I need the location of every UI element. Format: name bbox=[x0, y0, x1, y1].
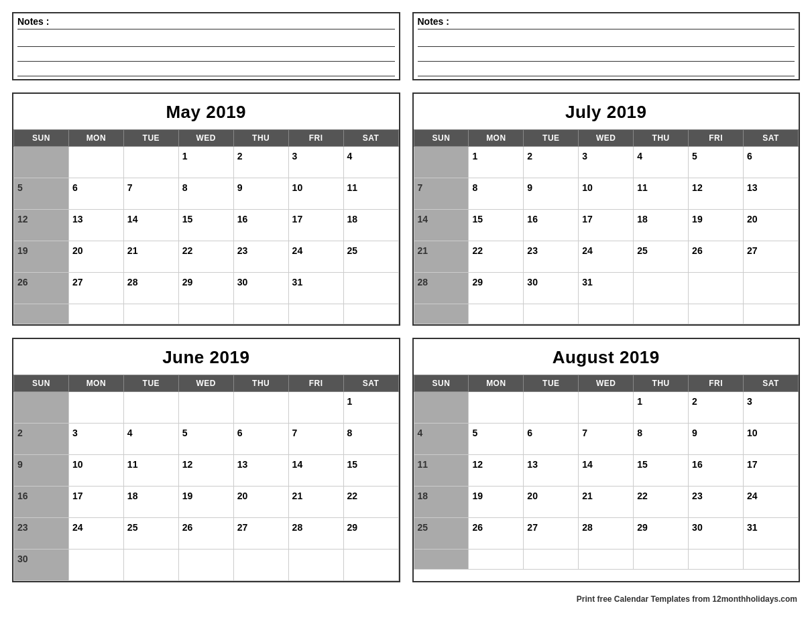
table-row bbox=[469, 550, 524, 570]
calendar-july2019-grid: SUN MON TUE WED THU FRI SAT 1 2 3 4 5 bbox=[414, 129, 799, 324]
table-row: 31 bbox=[288, 273, 343, 304]
july-wed-header: WED bbox=[579, 130, 634, 147]
table-row: 5 bbox=[14, 178, 69, 210]
table-row: 7 bbox=[414, 178, 469, 210]
table-row bbox=[524, 304, 579, 324]
table-row: 14 15 16 17 18 19 20 bbox=[414, 210, 799, 241]
table-row: 7 bbox=[123, 178, 178, 210]
table-row bbox=[178, 392, 233, 424]
table-row: 4 bbox=[634, 147, 689, 178]
table-row: 6 bbox=[233, 424, 288, 455]
table-row: 26 bbox=[14, 273, 69, 304]
table-row: 24 bbox=[288, 241, 343, 273]
table-row: 22 bbox=[343, 487, 398, 518]
table-row: 7 bbox=[288, 424, 343, 455]
table-row bbox=[744, 304, 799, 324]
table-row: 23 bbox=[524, 241, 579, 273]
table-row: 14 bbox=[288, 455, 343, 487]
table-row: 2 3 4 5 6 7 8 bbox=[14, 424, 399, 455]
notes-label-left: Notes : bbox=[17, 16, 395, 29]
july-header-row: SUN MON TUE WED THU FRI SAT bbox=[414, 130, 799, 147]
table-row: 27 bbox=[744, 241, 799, 273]
table-row: 13 bbox=[68, 210, 123, 241]
table-row bbox=[414, 550, 799, 570]
table-row: 12 bbox=[178, 455, 233, 487]
table-row: 15 bbox=[178, 210, 233, 241]
table-row: 29 bbox=[634, 518, 689, 550]
table-row: 3 bbox=[579, 147, 634, 178]
table-row: 23 bbox=[233, 241, 288, 273]
table-row: 10 bbox=[68, 455, 123, 487]
table-row: 18 bbox=[123, 487, 178, 518]
table-row: 28 29 30 31 bbox=[414, 273, 799, 304]
table-row: 5 bbox=[178, 424, 233, 455]
table-row bbox=[579, 304, 634, 324]
may-wed-header: WED bbox=[178, 130, 233, 147]
table-row: 22 bbox=[178, 241, 233, 273]
table-row bbox=[68, 147, 123, 178]
table-row: 5 bbox=[469, 424, 524, 455]
table-row: 16 bbox=[233, 210, 288, 241]
table-row: 12 bbox=[689, 178, 744, 210]
footer-text: Print free Calendar Templates from bbox=[577, 594, 713, 604]
july-sat-header: SAT bbox=[744, 130, 799, 147]
table-row: 21 22 23 24 25 26 27 bbox=[414, 241, 799, 273]
notes-line-1 bbox=[17, 32, 395, 47]
table-row bbox=[233, 392, 288, 424]
table-row: 20 bbox=[233, 487, 288, 518]
table-row: 8 bbox=[343, 424, 398, 455]
calendar-may2019: May 2019 SUN MON TUE WED THU FRI SAT bbox=[12, 92, 400, 326]
table-row: 16 17 18 19 20 21 22 bbox=[14, 487, 399, 518]
july-tue-header: TUE bbox=[524, 130, 579, 147]
table-row: 30 bbox=[14, 550, 399, 581]
table-row: 8 bbox=[178, 178, 233, 210]
notes-box-right[interactable]: Notes : bbox=[412, 12, 801, 80]
table-row: 19 bbox=[178, 487, 233, 518]
table-row: 28 bbox=[288, 518, 343, 550]
table-row: 25 26 27 28 29 30 31 bbox=[414, 518, 799, 550]
table-row: 16 bbox=[524, 210, 579, 241]
table-row: 18 bbox=[634, 210, 689, 241]
table-row: 29 bbox=[343, 518, 398, 550]
calendar-may2019-title: May 2019 bbox=[13, 94, 399, 129]
table-row: 4 5 6 7 8 9 10 bbox=[414, 424, 799, 455]
table-row: 20 bbox=[68, 241, 123, 273]
july-thu-header: THU bbox=[634, 130, 689, 147]
table-row: 30 bbox=[524, 273, 579, 304]
table-row: 13 bbox=[233, 455, 288, 487]
table-row: 30 bbox=[689, 518, 744, 550]
table-row: 26 bbox=[178, 518, 233, 550]
table-row bbox=[343, 273, 398, 304]
table-row: 1 bbox=[343, 392, 398, 424]
table-row: 3 bbox=[288, 147, 343, 178]
july-sun-header: SUN bbox=[414, 130, 469, 147]
july-fri-header: FRI bbox=[689, 130, 744, 147]
table-row: 12 bbox=[469, 455, 524, 487]
table-row: 27 bbox=[233, 518, 288, 550]
notes-box-left[interactable]: Notes : bbox=[12, 12, 400, 80]
table-row: 31 bbox=[579, 273, 634, 304]
table-row: 9 bbox=[233, 178, 288, 210]
table-row bbox=[634, 550, 689, 570]
table-row bbox=[414, 550, 469, 570]
table-row: 26 bbox=[469, 518, 524, 550]
footer: Print free Calendar Templates from 12mon… bbox=[12, 594, 800, 604]
table-row: 10 bbox=[744, 424, 799, 455]
table-row: 5 bbox=[689, 147, 744, 178]
table-row: 9 bbox=[14, 455, 69, 487]
table-row: 23 24 25 26 27 28 29 bbox=[14, 518, 399, 550]
table-row bbox=[414, 147, 469, 178]
table-row: 9 10 11 12 13 14 15 bbox=[14, 455, 399, 487]
calendar-may2019-grid: SUN MON TUE WED THU FRI SAT 1 2 3 4 bbox=[13, 129, 399, 324]
table-row bbox=[68, 550, 123, 581]
table-row: 22 bbox=[634, 487, 689, 518]
table-row: 11 12 13 14 15 16 17 bbox=[414, 455, 799, 487]
table-row: 2 bbox=[689, 392, 744, 424]
table-row: 20 bbox=[524, 487, 579, 518]
table-row bbox=[744, 273, 799, 304]
table-row: 19 bbox=[689, 210, 744, 241]
august-wed-header: WED bbox=[579, 375, 634, 392]
calendar-july2019: July 2019 SUN MON TUE WED THU FRI SAT 1 … bbox=[412, 92, 801, 326]
table-row: 28 bbox=[414, 273, 469, 304]
table-row: 16 bbox=[689, 455, 744, 487]
